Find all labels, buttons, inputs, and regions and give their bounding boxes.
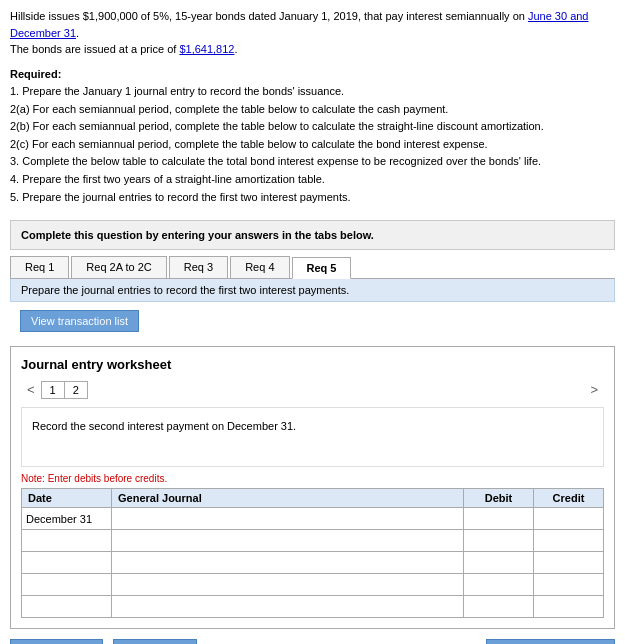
note-text: Note: Enter debits before credits. bbox=[21, 473, 604, 484]
debit-cell-4[interactable] bbox=[464, 574, 534, 596]
intro-section: Hillside issues $1,900,000 of 5%, 15-yea… bbox=[0, 0, 625, 62]
req-item-2c: 2(c) For each semiannual period, complet… bbox=[10, 136, 615, 154]
bottom-buttons: Record entry Clear entry View general jo… bbox=[10, 639, 615, 644]
journal-worksheet: Journal entry worksheet < 1 2 > Record t… bbox=[10, 346, 615, 629]
record-description: Record the second interest payment on De… bbox=[21, 407, 604, 467]
col-header-credit: Credit bbox=[534, 489, 604, 508]
req-item-4: 4. Prepare the first two years of a stra… bbox=[10, 171, 615, 189]
date-value-1: December 31 bbox=[26, 513, 92, 525]
journal-input-2[interactable] bbox=[116, 535, 459, 547]
req-item-1: 1. Prepare the January 1 journal entry t… bbox=[10, 83, 615, 101]
tab-req2a2c[interactable]: Req 2A to 2C bbox=[71, 256, 166, 278]
intro-line2: The bonds are issued at a price of $1,64… bbox=[10, 43, 238, 55]
credit-input-4[interactable] bbox=[538, 579, 599, 591]
journal-input-1[interactable] bbox=[116, 513, 459, 525]
page-2-button[interactable]: 2 bbox=[65, 381, 88, 399]
debit-cell-1[interactable] bbox=[464, 508, 534, 530]
req-item-3: 3. Complete the below table to calculate… bbox=[10, 153, 615, 171]
highlight-dates: June 30 and December 31 bbox=[10, 10, 589, 39]
debit-input-5[interactable] bbox=[468, 601, 529, 613]
col-header-general-journal: General Journal bbox=[112, 489, 464, 508]
instruction-bar: Prepare the journal entries to record th… bbox=[10, 279, 615, 302]
credit-cell-3[interactable] bbox=[534, 552, 604, 574]
intro-line1: Hillside issues $1,900,000 of 5%, 15-yea… bbox=[10, 10, 589, 39]
prev-page-arrow[interactable]: < bbox=[21, 380, 41, 399]
credit-input-5[interactable] bbox=[538, 601, 599, 613]
req-item-5: 5. Prepare the journal entries to record… bbox=[10, 189, 615, 207]
journal-cell-2[interactable] bbox=[112, 530, 464, 552]
journal-table: Date General Journal Debit Credit Decemb… bbox=[21, 488, 604, 618]
tabs-row: Req 1 Req 2A to 2C Req 3 Req 4 Req 5 bbox=[10, 256, 615, 279]
debit-input-1[interactable] bbox=[468, 513, 529, 525]
credit-cell-2[interactable] bbox=[534, 530, 604, 552]
table-row bbox=[22, 530, 604, 552]
required-section: Required: 1. Prepare the January 1 journ… bbox=[0, 62, 625, 215]
req-item-2b: 2(b) For each semiannual period, complet… bbox=[10, 118, 615, 136]
table-row bbox=[22, 596, 604, 618]
required-title: Required: bbox=[10, 66, 615, 84]
next-page-arrow[interactable]: > bbox=[584, 380, 604, 399]
credit-input-3[interactable] bbox=[538, 557, 599, 569]
credit-input-2[interactable] bbox=[538, 535, 599, 547]
debit-input-2[interactable] bbox=[468, 535, 529, 547]
journal-title: Journal entry worksheet bbox=[21, 357, 604, 372]
tab-req5[interactable]: Req 5 bbox=[292, 257, 352, 279]
tab-req1[interactable]: Req 1 bbox=[10, 256, 69, 278]
view-general-journal-button[interactable]: View general journal bbox=[486, 639, 615, 644]
table-row bbox=[22, 552, 604, 574]
pagination-row: < 1 2 > bbox=[21, 380, 604, 399]
date-cell-5 bbox=[22, 596, 112, 618]
credit-cell-1[interactable] bbox=[534, 508, 604, 530]
complete-question-box: Complete this question by entering your … bbox=[10, 220, 615, 250]
credit-cell-4[interactable] bbox=[534, 574, 604, 596]
complete-text: Complete this question by entering your … bbox=[21, 229, 374, 241]
date-cell-4 bbox=[22, 574, 112, 596]
journal-input-5[interactable] bbox=[116, 601, 459, 613]
journal-input-4[interactable] bbox=[116, 579, 459, 591]
page-1-button[interactable]: 1 bbox=[41, 381, 65, 399]
instruction-text: Prepare the journal entries to record th… bbox=[21, 284, 349, 296]
journal-cell-1[interactable] bbox=[112, 508, 464, 530]
debit-input-4[interactable] bbox=[468, 579, 529, 591]
table-row: December 31 bbox=[22, 508, 604, 530]
table-row bbox=[22, 574, 604, 596]
journal-input-3[interactable] bbox=[116, 557, 459, 569]
journal-cell-4[interactable] bbox=[112, 574, 464, 596]
tab-req4[interactable]: Req 4 bbox=[230, 256, 289, 278]
req-item-2a: 2(a) For each semiannual period, complet… bbox=[10, 101, 615, 119]
debit-input-3[interactable] bbox=[468, 557, 529, 569]
col-header-date: Date bbox=[22, 489, 112, 508]
view-transaction-list-button[interactable]: View transaction list bbox=[20, 310, 139, 332]
highlight-price: $1,641,812 bbox=[179, 43, 234, 55]
credit-cell-5[interactable] bbox=[534, 596, 604, 618]
tab-req3[interactable]: Req 3 bbox=[169, 256, 228, 278]
date-cell-3 bbox=[22, 552, 112, 574]
debit-cell-5[interactable] bbox=[464, 596, 534, 618]
journal-cell-5[interactable] bbox=[112, 596, 464, 618]
debit-cell-3[interactable] bbox=[464, 552, 534, 574]
date-cell-2 bbox=[22, 530, 112, 552]
debit-cell-2[interactable] bbox=[464, 530, 534, 552]
date-cell-1: December 31 bbox=[22, 508, 112, 530]
credit-input-1[interactable] bbox=[538, 513, 599, 525]
clear-entry-button[interactable]: Clear entry bbox=[113, 639, 197, 644]
col-header-debit: Debit bbox=[464, 489, 534, 508]
record-entry-button[interactable]: Record entry bbox=[10, 639, 103, 644]
record-desc-text: Record the second interest payment on De… bbox=[32, 420, 296, 432]
journal-cell-3[interactable] bbox=[112, 552, 464, 574]
